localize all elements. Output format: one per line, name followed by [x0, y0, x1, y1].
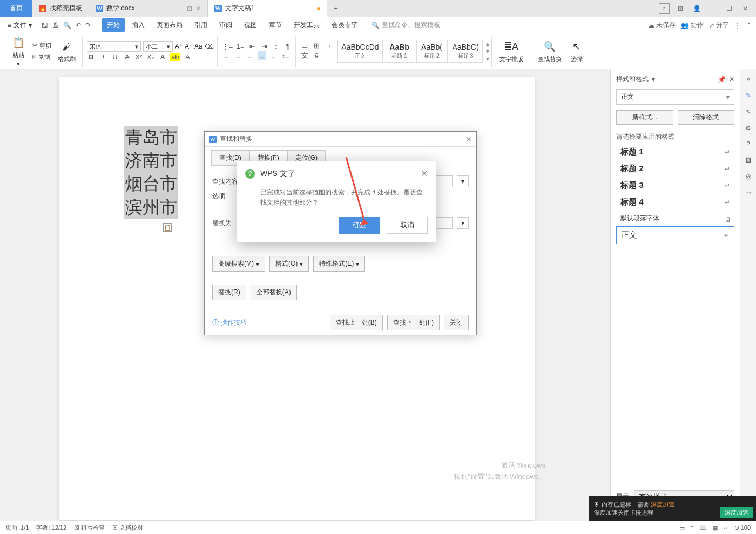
badge-icon[interactable]: 2 [659, 3, 670, 14]
tab-doc-current[interactable]: W文字文稿1 [208, 0, 328, 17]
shading-icon[interactable]: ▭ [300, 42, 309, 50]
view-web-icon[interactable]: ▦ [712, 524, 718, 531]
style-item-h2[interactable]: AaBb(标题 2 [416, 40, 448, 63]
tips-link[interactable]: ⓘ 操作技巧 [212, 318, 247, 327]
outdent-icon[interactable]: ⇤ [248, 42, 256, 50]
sort-icon[interactable]: ↕ [272, 42, 280, 50]
style-prev-icon[interactable]: ▴ [486, 40, 489, 48]
panel-close-icon[interactable]: ✕ [729, 76, 734, 83]
pin-icon[interactable]: 📌 [718, 76, 726, 83]
font-color-icon[interactable]: A [158, 53, 167, 61]
target-icon[interactable]: ◎ [744, 172, 753, 181]
align-justify-icon[interactable]: ≡ [258, 51, 266, 60]
style-gallery[interactable]: AaBbCcDd正文 AaBb标题 1 AaBb(标题 2 AaBbC(标题 3… [338, 40, 491, 63]
command-search[interactable]: 🔍 查找命令、搜索模板 [372, 21, 440, 30]
tab-templates[interactable]: 🔥找稻壳模板 [32, 0, 89, 17]
ribbon-tab-start[interactable]: 开始 [102, 18, 125, 32]
more-icon[interactable]: ⋮ [734, 22, 741, 29]
ribbon-tab-chapter[interactable]: 章节 [264, 18, 287, 32]
accelerate-button[interactable]: 深度加速 [720, 507, 753, 518]
line-spacing-icon[interactable]: ↕≡ [281, 52, 290, 60]
italic-icon[interactable]: I [99, 53, 107, 61]
unsaved-indicator[interactable]: ☁ 未保存 [648, 21, 676, 30]
help-icon[interactable]: ? [744, 139, 753, 149]
increase-font-icon[interactable]: A⁺ [175, 43, 183, 50]
replace-dropdown[interactable]: ▾ [457, 217, 469, 229]
find-replace-button[interactable]: 🔍查找替换 [535, 39, 565, 63]
underline-icon[interactable]: U [111, 53, 119, 61]
style-item-h1[interactable]: AaBb标题 1 [384, 40, 415, 63]
special-button[interactable]: 特殊格式(E) ▾ [313, 256, 365, 272]
font-effect-icon[interactable]: A [183, 53, 192, 61]
clear-format-icon[interactable]: ⌫ [205, 43, 214, 50]
font-name-select[interactable]: 宋体▾ [87, 41, 141, 52]
text-dir-icon[interactable]: 文 [300, 51, 309, 60]
indent-icon[interactable]: ⇥ [260, 42, 268, 50]
style-item-h3[interactable]: AaBbC(标题 3 [449, 40, 483, 63]
find-prev-button[interactable]: 查找上一处(B) [330, 315, 383, 330]
marks-icon[interactable]: ¶ [284, 42, 292, 50]
numbering-icon[interactable]: 1≡ [236, 42, 245, 50]
paste-button[interactable]: 📋粘贴 ▾ [8, 35, 29, 67]
cursor-icon[interactable]: ↖ [744, 107, 753, 117]
dialog-close-button[interactable]: ✕ [465, 135, 472, 144]
ok-button[interactable]: 确定 [339, 217, 380, 234]
style-item-body[interactable]: AaBbCcDd正文 [338, 40, 382, 63]
current-style-select[interactable]: 正文▾ [616, 89, 734, 105]
ribbon-tab-member[interactable]: 会员专享 [326, 18, 363, 32]
zoom-level[interactable]: ⊕ 100 [734, 524, 751, 531]
align-center-icon[interactable]: ≡ [234, 52, 242, 60]
print-icon[interactable]: 🖶 [52, 22, 59, 29]
proof-toggle[interactable]: ☒ 文档校对 [112, 524, 143, 532]
advanced-search-button[interactable]: 高级搜索(M) ▾ [212, 256, 265, 272]
align-right-icon[interactable]: ≡ [246, 52, 254, 60]
close-button[interactable]: ✕ [740, 3, 751, 14]
ribbon-tab-layout[interactable]: 页面布局 [151, 18, 188, 32]
page-indicator[interactable]: 页面: 1/1 [5, 524, 29, 532]
cancel-button[interactable]: 取消 [387, 217, 428, 234]
cut-button[interactable]: ✂ 剪切 [30, 40, 53, 51]
tab-close-icon[interactable]: ✕ [195, 5, 201, 12]
format-button[interactable]: 格式(O) ▾ [269, 256, 309, 272]
undo-icon[interactable]: ↶ [76, 22, 81, 29]
view-print-icon[interactable]: ▭ [679, 524, 685, 531]
phonetic-icon[interactable]: ā [312, 52, 321, 60]
ribbon-tab-references[interactable]: 引用 [189, 18, 213, 32]
ribbon-tab-insert[interactable]: 插入 [126, 18, 150, 32]
font-size-select[interactable]: 小二▾ [143, 41, 173, 52]
tab-close-icon[interactable]: ⊡ [187, 5, 192, 12]
find-dropdown[interactable]: ▾ [457, 175, 469, 187]
style-more-icon[interactable]: ▾ [486, 55, 489, 63]
style-row-default-font[interactable]: 默认段落字体a [616, 211, 734, 226]
settings-icon[interactable]: ⚙ [744, 123, 753, 133]
minimize-button[interactable]: — [707, 3, 718, 14]
sparkle-icon[interactable]: ✧ [744, 75, 753, 84]
find-next-button[interactable]: 查找下一处(F) [387, 315, 440, 330]
ribbon-tab-view[interactable]: 视图 [239, 18, 262, 32]
align-left-icon[interactable]: ≡ [222, 52, 231, 60]
style-row-h2[interactable]: 标题 2↵ [616, 160, 734, 177]
dialog-titlebar[interactable]: W 查找和替换 ✕ [205, 132, 476, 147]
preview-icon[interactable]: 🔍 [63, 22, 71, 29]
word-count[interactable]: 字数: 12/12 [36, 524, 66, 532]
tab-add-button[interactable]: + [327, 0, 345, 17]
tab-doc-math[interactable]: W数学.docx⊡✕ [89, 0, 208, 17]
new-style-button[interactable]: 新样式... [616, 110, 673, 125]
style-next-icon[interactable]: ▾ [486, 48, 489, 55]
highlight-icon[interactable]: ab [170, 53, 180, 61]
layout-icon[interactable]: ▭ [744, 188, 753, 198]
style-row-h4[interactable]: 标题 4↵ [616, 194, 734, 211]
redo-icon[interactable]: ↷ [85, 22, 91, 29]
replace-all-button[interactable]: 全部替换(A) [251, 285, 297, 300]
save-icon[interactable]: 🖫 [42, 22, 48, 29]
spell-check-toggle[interactable]: ☒ 拼写检查 [74, 524, 105, 532]
avatar-icon[interactable]: 👤 [691, 3, 702, 14]
decrease-font-icon[interactable]: A⁻ [185, 43, 192, 50]
collapse-ribbon-icon[interactable]: ⌃ [746, 22, 752, 29]
copy-button[interactable]: ⎘ 复制 [30, 52, 53, 62]
coop-button[interactable]: 👥 协作 [681, 21, 704, 30]
case-icon[interactable]: Aa [194, 43, 202, 50]
ribbon-tab-dev[interactable]: 开发工具 [288, 18, 325, 32]
format-painter-button[interactable]: 🖌格式刷 [55, 39, 79, 63]
view-outline-icon[interactable]: 📖 [699, 524, 707, 531]
